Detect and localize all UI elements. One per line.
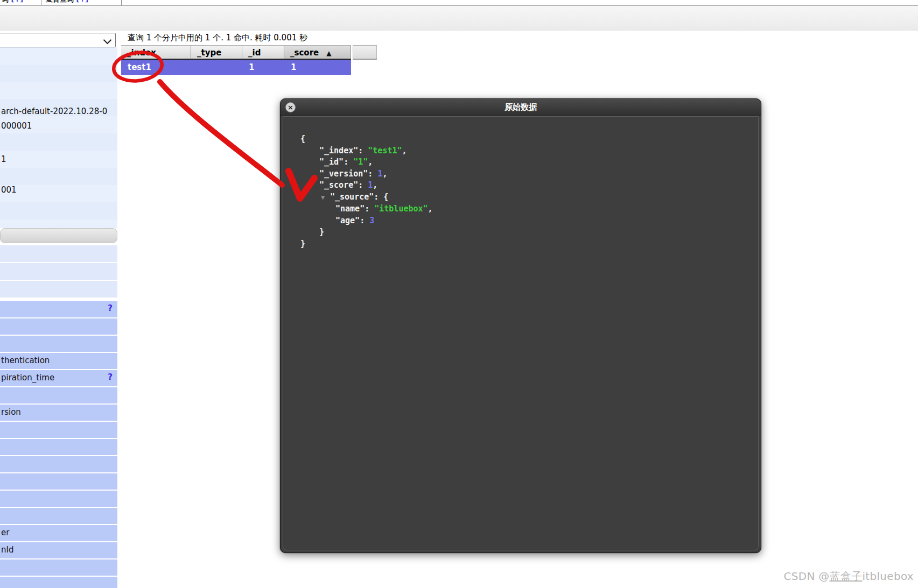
chevron-down-icon bbox=[103, 36, 112, 45]
index-list-item[interactable]: 001 bbox=[1, 185, 118, 195]
tab-basic-query-badge: [+] bbox=[11, 0, 24, 3]
help-icon[interactable]: ? bbox=[108, 372, 113, 382]
sidebar-field-row[interactable] bbox=[0, 559, 117, 576]
sidebar-field-row[interactable] bbox=[0, 422, 117, 438]
query-builder-row[interactable] bbox=[0, 281, 117, 297]
json-line: "_index": "test1", bbox=[300, 145, 433, 157]
sidebar-field-row[interactable] bbox=[0, 456, 117, 472]
tab-compound-query-badge: [+] bbox=[76, 0, 89, 3]
sidebar-field-row[interactable]: rsion bbox=[0, 405, 117, 421]
sidebar-field-row[interactable] bbox=[0, 336, 117, 352]
cell-score[interactable]: 1 bbox=[284, 60, 351, 75]
sidebar-field-row[interactable] bbox=[0, 439, 117, 455]
tab-compound-query[interactable]: 复合查询 [+] bbox=[41, 0, 122, 5]
json-token: } bbox=[300, 239, 305, 249]
json-line: "_id": "1", bbox=[300, 157, 433, 168]
tab-bar: 询 [+] 复合查询 [+] bbox=[0, 0, 918, 6]
watermark-prefix: CSDN @ bbox=[783, 570, 829, 583]
sidebar-field-row[interactable] bbox=[0, 508, 117, 524]
column-header-type[interactable]: _type bbox=[191, 45, 242, 60]
json-token: "itbluebox" bbox=[374, 204, 428, 214]
index-list-item[interactable]: 000001 bbox=[1, 121, 118, 131]
json-line: { bbox=[300, 133, 433, 145]
column-header-extra[interactable] bbox=[353, 45, 377, 60]
json-token: "name": bbox=[335, 204, 374, 214]
cell-type[interactable] bbox=[191, 60, 242, 75]
sidebar-field-row[interactable] bbox=[0, 387, 117, 403]
index-list: arch-default-2022.10.28-0 000001 1 001 bbox=[0, 47, 117, 228]
json-token: "_source": { bbox=[330, 192, 388, 202]
watermark-suffix: itbluebox bbox=[863, 570, 914, 583]
column-header-score-label: _score bbox=[290, 48, 319, 58]
sidebar-field-row[interactable] bbox=[0, 577, 117, 588]
red-arrow-shaft-annotation bbox=[160, 82, 282, 185]
json-token: , bbox=[428, 204, 433, 214]
modal-title: 原始数据 bbox=[281, 99, 761, 116]
page: 询 [+] 复合查询 [+] arch-default-2022.10.28-0… bbox=[0, 0, 918, 588]
sidebar-field-row[interactable] bbox=[0, 491, 117, 507]
json-line: "_version": 1, bbox=[300, 168, 433, 180]
index-list-item[interactable]: 1 bbox=[1, 154, 118, 165]
query-builder-row[interactable] bbox=[0, 245, 117, 262]
json-line: "name": "itbluebox", bbox=[300, 203, 433, 215]
field-row-label: thentication bbox=[1, 356, 50, 365]
sidebar-field-row[interactable]: ? bbox=[0, 301, 117, 317]
json-token: "_version": bbox=[319, 169, 377, 179]
tab-basic-query[interactable]: 询 [+] bbox=[0, 0, 42, 5]
json-token: { bbox=[300, 134, 305, 144]
json-line: "_score": 1, bbox=[300, 180, 433, 192]
sidebar-field-row[interactable] bbox=[0, 318, 117, 335]
sidebar-field-row[interactable]: piration_time? bbox=[0, 370, 117, 386]
json-token: "1" bbox=[353, 157, 368, 167]
json-token: , bbox=[373, 180, 377, 190]
json-token: 1 bbox=[368, 180, 373, 190]
collapse-triangle-icon[interactable]: ▼ bbox=[321, 192, 330, 204]
json-line: } bbox=[300, 226, 433, 238]
field-row-label: nId bbox=[1, 545, 13, 555]
sidebar-field-row[interactable]: er bbox=[0, 525, 117, 541]
sidebar: arch-default-2022.10.28-0 000001 1 001 ?… bbox=[0, 31, 121, 588]
column-header-id[interactable]: _id bbox=[242, 45, 284, 60]
json-token: "_id": bbox=[319, 157, 353, 167]
tab-basic-query-label: 询 bbox=[2, 0, 9, 3]
json-token: , bbox=[402, 146, 407, 155]
tab-compound-query-label: 复合查询 bbox=[46, 0, 74, 3]
section-header-row[interactable] bbox=[0, 228, 117, 243]
watermark: CSDN @蓝盒子itbluebox bbox=[783, 569, 914, 584]
index-select[interactable] bbox=[0, 33, 116, 47]
help-icon[interactable]: ? bbox=[108, 303, 113, 313]
index-list-item[interactable]: arch-default-2022.10.28-0 bbox=[1, 107, 118, 117]
result-table-header: _index _type _id _score▲ bbox=[121, 45, 377, 60]
json-line: "age": 3 bbox=[300, 215, 433, 227]
sidebar-field-row[interactable]: thentication bbox=[0, 353, 117, 369]
field-row-label: er bbox=[1, 528, 9, 537]
sidebar-field-row[interactable]: nId bbox=[0, 542, 117, 558]
toolbar-band bbox=[0, 6, 918, 31]
json-token: "_score": bbox=[319, 180, 368, 190]
cell-index[interactable]: test1 bbox=[121, 60, 191, 75]
column-header-index[interactable]: _index bbox=[121, 45, 191, 60]
result-table-row[interactable]: test1 1 1 bbox=[121, 60, 351, 75]
json-token: "test1" bbox=[368, 146, 402, 155]
raw-data-modal: × 原始数据 {"_index": "test1","_id": "1","_v… bbox=[280, 98, 761, 553]
modal-content: {"_index": "test1","_id": "1","_version"… bbox=[283, 116, 759, 550]
json-viewer: {"_index": "test1","_id": "1","_version"… bbox=[300, 133, 433, 250]
watermark-username: 蓝盒子 bbox=[830, 570, 863, 583]
sidebar-field-row[interactable] bbox=[0, 473, 117, 490]
field-row-label: piration_time bbox=[1, 373, 54, 382]
json-token: , bbox=[382, 169, 387, 179]
modal-title-bar[interactable]: × 原始数据 bbox=[281, 99, 761, 116]
json-token: , bbox=[368, 157, 373, 167]
field-row-label: rsion bbox=[1, 407, 21, 417]
json-token: } bbox=[319, 227, 324, 237]
json-token: 3 bbox=[369, 216, 374, 225]
column-header-score[interactable]: _score▲ bbox=[284, 45, 351, 60]
sort-asc-icon: ▲ bbox=[326, 49, 331, 57]
json-token: "age": bbox=[335, 216, 369, 225]
query-builder-row[interactable] bbox=[0, 263, 117, 280]
json-line: } bbox=[300, 238, 433, 250]
close-icon[interactable]: × bbox=[285, 102, 296, 112]
json-token: "_index": bbox=[319, 146, 368, 155]
json-line: ▼"_source": { bbox=[300, 192, 433, 204]
cell-id[interactable]: 1 bbox=[242, 60, 284, 75]
